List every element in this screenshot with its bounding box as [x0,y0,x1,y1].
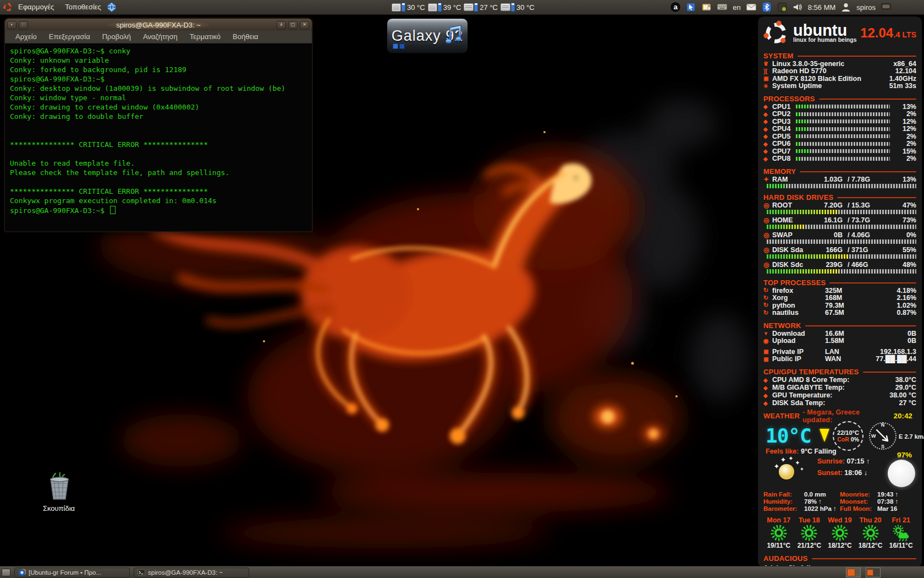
cpu-core-icon [763,103,772,110]
cpu-temp-sensor[interactable]: 30 °C [392,3,425,12]
network-row: Download16.6M0B [763,330,916,337]
trash-desktop-icon[interactable]: Σκουπίδια [29,472,89,512]
sunset-row: Sunset: 18:06 ↓ [817,469,867,477]
terminal-titlebar[interactable]: ▪ ∷ spiros@GA-990FXA-D3: ~ ∧ ▢ ✕ [5,19,312,31]
forecast-day: Tue 18 21/12°C [794,516,825,549]
temperature-applets[interactable]: 30 °C 39 °C 27 °C 30 °C [392,0,535,14]
mail-icon[interactable] [746,2,756,12]
menu-edit[interactable]: Επεξεργασία [43,31,96,43]
terminal-line: Conky: drawing to double buffer [10,112,311,122]
night-clear-icon [771,455,806,482]
system-row: Linux 3.8.0-35-genericx86_64 [763,60,916,68]
workspace-switcher [846,568,881,577]
terminal-line: Please check the template file, path and… [10,168,311,178]
thermometer-icon [438,3,442,12]
firefox-window-icon [18,569,26,576]
temp-icon [763,392,772,399]
cpu-load-bar [796,105,890,108]
ubuntu-logo-icon [763,20,789,46]
taskbar-window-firefox[interactable]: [Ubuntu-gr Forum • Προ... [14,568,130,577]
ubuntu-menu-icon[interactable] [3,2,13,12]
section-weather: WEATHER - Megara, Greece updated: 20:42 [763,412,916,420]
process-icon [763,295,772,302]
hdd-icon [763,201,772,209]
cpu-load-bar [796,119,890,123]
bluetooth-icon[interactable] [762,2,772,12]
sun-rain-icon [892,525,910,541]
terminal-window[interactable]: ▪ ∷ spiros@GA-990FXA-D3: ~ ∧ ▢ ✕ Αρχείο … [4,18,312,232]
menu-file[interactable]: Αρχείο [9,31,43,43]
process-row: python79.3M1.02% [763,302,916,309]
terminal-line: Unable to read template file. [10,159,311,168]
process-icon [763,309,772,317]
system-row: Radeon HD 577012.104 [763,68,916,75]
disk-temp-sensor[interactable]: 27 °C [464,3,498,12]
keyboard-layout-indicator[interactable]: en [733,3,740,12]
section-disks: HARD DISK DRIVES [763,193,916,201]
cpu-load-row: CPU113% [763,103,916,111]
ram-row: RAM 1.03G/ 7.78G 13% [763,176,916,183]
upload-icon [763,337,772,345]
terminal-line: spiros@GA-990FXA-D3:~$ [10,75,311,84]
audacious-tray-icon[interactable]: a [670,2,681,13]
sun-icon [771,525,787,541]
section-network: NETWORK [763,321,916,330]
window-list-tray-icon[interactable] [702,2,712,12]
disk-temp-sensor[interactable]: 30 °C [501,3,535,12]
galaxy92-widget[interactable]: Galaxy 92 [387,18,468,53]
volume-icon[interactable] [793,2,802,12]
menu-terminal[interactable]: Τερματικό [184,31,227,43]
terminal-line: Conky: window type - normal [10,94,311,103]
wan-ip-icon [763,356,772,362]
sun-icon [801,525,817,541]
forecast-day: Fri 21 16/11°C [886,516,916,549]
workspace-2[interactable] [866,568,881,577]
desktop-app-tray-icon[interactable] [686,2,696,12]
menu-view[interactable]: Προβολή [96,31,137,43]
cpu-chip-icon [428,3,437,12]
uptime-icon [763,83,772,89]
menu-help[interactable]: Βοήθεια [227,31,265,43]
terminal-output[interactable]: spiros@GA-990FXA-D3:~$ conky Conky: unkn… [6,43,311,231]
disk-row: SWAP0B/ 4.06G0% [763,231,916,238]
menu-search[interactable]: Αναζήτηση [137,31,184,43]
os-version: 12.04.4 LTS [860,25,916,41]
menu-applications[interactable]: Εφαρμογές [13,0,59,14]
section-top-processes: TOP PROCESSES [763,279,916,287]
terminal-menubar: Αρχείο Επεξεργασία Προβολή Αναζήτηση Τερ… [5,31,312,43]
process-row: Xorg168M2.16% [763,295,916,302]
workspace-grid-button[interactable]: ∷ [19,21,28,29]
widget-square-icon [399,43,405,49]
moon-illumination: 97% [897,451,912,459]
taskbar-window-terminal[interactable]: spiros@GA-990FXA-D3: ~ [134,568,249,577]
workspace-window-thumb [867,569,873,576]
display-settings-icon[interactable] [881,2,891,12]
keyboard-icon[interactable] [717,2,727,12]
maximize-button[interactable]: ▢ [288,21,298,29]
clock[interactable]: 8:56 ΜΜ [808,3,836,12]
workspace-1[interactable] [846,568,861,577]
terminal-line: Conky: forked to background, pid is 1218… [10,66,311,75]
section-processors: PROCESSORS [763,95,916,103]
desktop: Εφαρμογές Τοποθεσίες 30 °C 39 °C 27 °C [0,0,924,578]
cpu-temp-sensor[interactable]: 39 °C [428,3,461,12]
full-moon-icon [888,460,915,487]
system-update-tray-icon[interactable] [777,2,787,12]
forecast-day: Thu 20 18/12°C [855,516,886,549]
window-menu-button[interactable]: ▪ [7,21,16,29]
disk-bar [767,269,916,274]
session-user-menu[interactable]: spiros [856,3,876,12]
weather-current: 10°C 22/10°C CoR 0% N W S E 2.7 km/h Fee… [763,421,916,483]
network-row: Public IPWAN77.██.██.44 [763,356,916,363]
cpu-load-bar [796,142,890,146]
shade-button[interactable]: ∧ [277,21,286,29]
terminal-line: Conkywx program execution completed in: … [10,197,311,206]
sun-icon [862,525,879,541]
close-button[interactable]: ✕ [300,21,309,29]
menu-places[interactable]: Τοποθεσίες [59,0,107,14]
browser-shortcut-icon[interactable] [107,2,117,12]
top-panel: Εφαρμογές Τοποθεσίες 30 °C 39 °C 27 °C [0,0,924,15]
terminal-line: spiros@GA-990FXA-D3:~$ conky [10,47,311,56]
show-desktop-icon[interactable] [2,569,10,576]
weather-details: Rain Fall:0.0 mm Humidity:78% ↑ Baromete… [763,490,916,512]
